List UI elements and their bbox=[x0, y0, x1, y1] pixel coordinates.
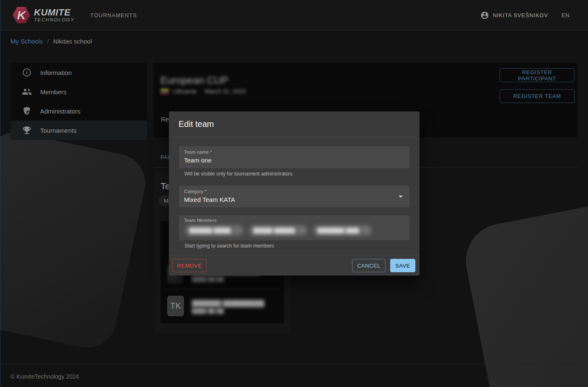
copyright-text: © KumiteTechnology 2024 bbox=[10, 373, 79, 380]
member-chip-label: █████ ███████ bbox=[253, 227, 295, 234]
left-edge-accent bbox=[0, 0, 1, 387]
category-label: Category * bbox=[184, 189, 404, 194]
tournament-location: Lithuania bbox=[173, 88, 197, 95]
register-participant-button[interactable]: REGISTER PARTICIPANT bbox=[500, 68, 575, 82]
sidebar-item-members[interactable]: Members bbox=[10, 82, 147, 101]
tournaments-icon bbox=[22, 125, 32, 135]
member-chip[interactable]: █████ ███████ bbox=[248, 224, 308, 236]
nav-item-tournaments[interactable]: TOURNAMENTS bbox=[91, 12, 137, 18]
member-name-redacted: ███████ ██████████ bbox=[192, 300, 264, 307]
language-selector[interactable]: EN bbox=[562, 12, 570, 18]
dialog-body: Team name * Will be visible only for tou… bbox=[169, 137, 420, 249]
category-select[interactable]: Category * Mixed Team KATA bbox=[179, 186, 409, 207]
member-detail-redacted: ████-██-██ bbox=[192, 276, 224, 281]
sidebar-item-label: Tournaments bbox=[40, 127, 77, 134]
account-circle-icon bbox=[480, 11, 489, 20]
remove-button[interactable]: REMOVE bbox=[172, 259, 207, 272]
team-name-helper: Will be visible only for tournament admi… bbox=[184, 171, 409, 177]
team-members-field[interactable]: Team Members ██████ ████████ █████ █████… bbox=[179, 215, 409, 240]
member-initials-avatar: TK bbox=[167, 296, 184, 316]
background-shape-left bbox=[0, 127, 151, 353]
administrators-icon bbox=[22, 106, 32, 116]
save-button[interactable]: SAVE bbox=[390, 259, 415, 272]
dialog-actions: REMOVE CANCEL SAVE bbox=[169, 255, 420, 276]
member-chips: ██████ ████████ █████ ███████ ███████ ██… bbox=[184, 224, 404, 236]
dialog-header: Edit team bbox=[169, 111, 420, 137]
sidebar-item-information[interactable]: Information bbox=[10, 63, 147, 82]
lithuania-flag-icon bbox=[161, 89, 169, 94]
svg-text:K: K bbox=[17, 8, 27, 22]
main-nav: TOURNAMENTS bbox=[75, 11, 137, 19]
brand-logo[interactable]: K KUMITE TECHNOLOGY bbox=[12, 6, 75, 24]
info-icon bbox=[22, 67, 32, 77]
user-name: NIKITA SVEŠNIKOV bbox=[493, 12, 548, 18]
tournament-date: March 31, 2024 bbox=[205, 88, 246, 95]
breadcrumb-link-my-schools[interactable]: My Schools bbox=[10, 38, 43, 45]
member-chip[interactable]: ██████ ████████ bbox=[184, 224, 244, 236]
school-sidebar: Information Members Administrators Tourn… bbox=[10, 63, 147, 140]
account-menu[interactable]: NIKITA SVEŠNIKOV bbox=[480, 11, 548, 20]
brand-name: KUMITE bbox=[34, 8, 75, 17]
tournament-title: European CUP bbox=[161, 75, 228, 86]
navbar-right: NIKITA SVEŠNIKOV EN bbox=[480, 11, 570, 20]
remove-chip-icon[interactable] bbox=[233, 227, 241, 234]
sidebar-item-administrators[interactable]: Administrators bbox=[10, 101, 147, 121]
cancel-button[interactable]: CANCEL bbox=[352, 259, 386, 272]
background-shape-right bbox=[459, 169, 588, 387]
remove-chip-icon[interactable] bbox=[362, 227, 369, 234]
member-chip-label: ███████ █████████ bbox=[317, 227, 359, 234]
dialog-title: Edit team bbox=[179, 119, 214, 129]
breadcrumb: My Schools / Nikitas school bbox=[10, 38, 92, 45]
remove-chip-icon[interactable] bbox=[298, 227, 305, 234]
team-members-label: Team Members bbox=[184, 218, 404, 223]
breadcrumb-separator: / bbox=[47, 38, 49, 45]
member-detail-redacted: ████-██-██ bbox=[192, 308, 224, 314]
member-row-divider bbox=[164, 289, 281, 289]
edit-team-dialog: Edit team Team name * Will be visible on… bbox=[169, 111, 420, 276]
top-navbar: K KUMITE TECHNOLOGY TOURNAMENTS NIKITA S… bbox=[0, 0, 588, 31]
brand-text: KUMITE TECHNOLOGY bbox=[34, 8, 75, 23]
chevron-down-icon bbox=[399, 196, 403, 198]
member-chip-label: ██████ ████████ bbox=[189, 227, 231, 234]
category-value: Mixed Team KATA bbox=[184, 196, 404, 203]
brand-subname: TECHNOLOGY bbox=[34, 17, 75, 23]
breadcrumb-current: Nikitas school bbox=[53, 38, 92, 45]
sidebar-item-label: Members bbox=[40, 88, 67, 95]
page-footer: © KumiteTechnology 2024 bbox=[0, 364, 588, 387]
kumite-hexagon-logo-icon: K bbox=[12, 6, 31, 24]
member-chip[interactable]: ███████ █████████ bbox=[312, 224, 373, 236]
team-name-field[interactable]: Team name * bbox=[179, 146, 409, 168]
team-name-input[interactable] bbox=[184, 157, 404, 164]
team-name-label: Team name * bbox=[184, 150, 404, 155]
register-team-button[interactable]: REGISTER TEAM bbox=[500, 89, 575, 103]
sidebar-item-tournaments[interactable]: Tournaments bbox=[10, 121, 147, 140]
team-members-helper: Start typing to search for team members bbox=[184, 243, 409, 249]
members-icon bbox=[22, 87, 32, 97]
tournament-meta: Lithuania March 31, 2024 bbox=[161, 88, 246, 95]
registration-text-fragment: Re bbox=[161, 116, 169, 123]
sidebar-item-label: Information bbox=[40, 69, 72, 76]
sidebar-item-label: Administrators bbox=[40, 108, 80, 115]
